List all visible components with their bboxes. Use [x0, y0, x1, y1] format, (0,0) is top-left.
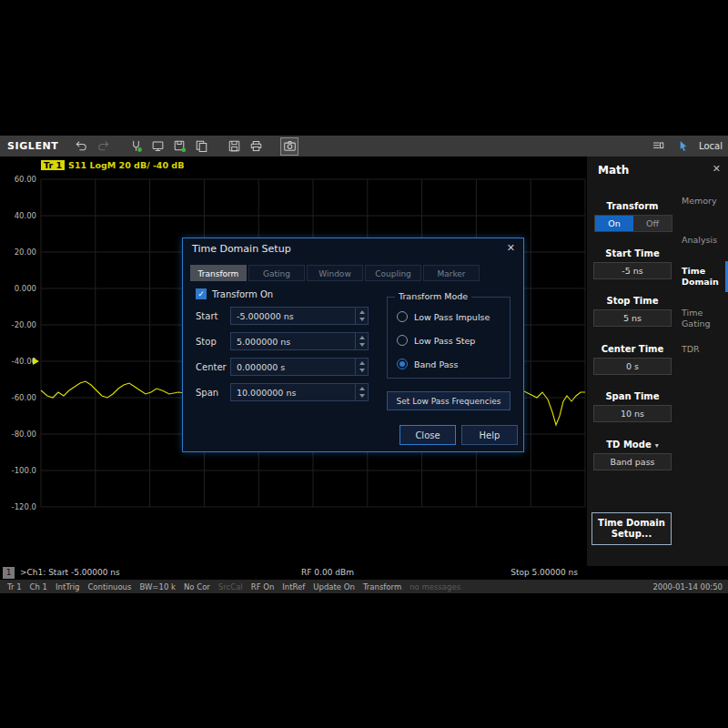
time-domain-setup-button[interactable]: Time Domain Setup... [592, 512, 672, 545]
display-setup-icon[interactable] [149, 138, 166, 155]
field-label-span: Span [192, 388, 230, 398]
trace-format-label[interactable]: S11 LogM 20 dB/ -40 dB [68, 160, 184, 170]
y-axis-label: 40.00 [0, 211, 36, 220]
softkey-tab-tdr[interactable]: TDR [682, 344, 725, 355]
status-item-list: Tr 1Ch 1IntTrigContinuousBW=10 kNo CorSr… [7, 582, 460, 592]
undo-icon[interactable] [73, 138, 89, 155]
y-axis-label: -100.0 [0, 466, 36, 475]
channel-stop-readout: Stop 5.00000 ns [511, 568, 578, 577]
radio-dot-icon [397, 311, 408, 322]
stop-time-value[interactable]: 5 ns [593, 309, 672, 327]
stop-time-label: Stop Time [587, 296, 678, 306]
status-ch-1: Ch 1 [30, 582, 47, 592]
checkbox-checked-icon[interactable]: ✓ [196, 288, 207, 299]
status-inttrig: IntTrig [56, 582, 79, 592]
transform-mode-options: Low Pass ImpulseLow Pass StepBand Pass [388, 298, 510, 376]
field-row-stop: Stop5.000000 ns [192, 331, 378, 351]
close-button[interactable]: Close [399, 425, 456, 445]
copy-icon[interactable] [193, 138, 209, 155]
field-label-center: Center [192, 362, 230, 372]
field-row-start: Start-5.000000 ns [192, 306, 378, 326]
transform-on-button[interactable]: On [595, 216, 633, 231]
radio-label: Band Pass [414, 359, 458, 369]
span-time-label: Span Time [587, 391, 678, 401]
status-intref: IntRef [282, 582, 305, 592]
radio-band-pass[interactable]: Band Pass [388, 352, 510, 376]
y-axis-label: 0.000 [0, 284, 36, 293]
dialog-tab-window[interactable]: Window [307, 265, 363, 281]
radio-low-pass-step[interactable]: Low Pass Step [388, 329, 510, 352]
start-time-value[interactable]: -5 ns [593, 262, 672, 279]
transform-on-checkbox-row[interactable]: ✓ Transform On [196, 288, 273, 299]
y-axis-label: 20.00 [0, 248, 36, 257]
channel-status-row: 1 >Ch1: Start -5.00000 ns RF 0.00 dBm St… [0, 566, 587, 580]
status-transform: Transform [363, 582, 401, 592]
dialog-title-bar[interactable]: Time Domain Setup [183, 238, 523, 260]
calibration-icon[interactable] [127, 138, 144, 155]
save-state-icon[interactable] [171, 138, 187, 155]
span-time-value[interactable]: 10 ns [593, 405, 672, 422]
center-time-group: Center Time0 s [587, 344, 678, 377]
time-domain-setup-dialog: Time Domain Setup ✕ TransformGatingWindo… [182, 238, 524, 452]
channel-start-readout: >Ch1: Start -5.00000 ns [20, 568, 120, 577]
trace-number-badge[interactable]: Tr 1 [41, 160, 65, 170]
transform-on-off-toggle: On Off [594, 215, 672, 232]
dropdown-caret-icon: ▾ [655, 441, 659, 450]
dialog-tab-marker[interactable]: Marker [423, 265, 480, 281]
help-button[interactable]: Help [461, 425, 518, 445]
dialog-tab-coupling[interactable]: Coupling [365, 265, 421, 281]
transform-off-button[interactable]: Off [633, 216, 672, 231]
local-remote-label[interactable]: Local [699, 141, 723, 151]
softkey-tab-time-gating[interactable]: Time Gating [682, 308, 725, 329]
td-mode-label[interactable]: TD Mode▾ [587, 440, 678, 450]
print-icon[interactable] [248, 138, 264, 155]
radio-dot-icon [397, 359, 408, 369]
save-file-icon[interactable] [226, 138, 242, 155]
math-menu-panel: Math ✕ Transform On Off Start Time-5 nsS… [587, 157, 728, 566]
datetime-readout: 2000-01-14 00:50 [652, 582, 723, 592]
dialog-tab-transform[interactable]: Transform [190, 265, 247, 281]
transform-mode-legend: Transform Mode [395, 291, 471, 301]
spinner-stop-icon[interactable] [355, 333, 368, 349]
channel-number-badge[interactable]: 1 [3, 567, 15, 579]
dialog-close-icon[interactable]: ✕ [507, 242, 515, 254]
spinner-span-icon[interactable] [355, 384, 368, 400]
status-no-cor: No Cor [184, 582, 210, 592]
rf-power-readout: RF 0.00 dBm [273, 568, 382, 577]
center-time-label: Center Time [587, 344, 678, 354]
softkey-tab-memory[interactable]: Memory [682, 196, 725, 207]
start-time-label: Start Time [587, 248, 678, 258]
softkey-tab-time-domain[interactable]: Time Domain [682, 266, 725, 288]
status-bw-10-k: BW=10 k [139, 582, 176, 592]
touch-pointer-icon[interactable] [674, 138, 691, 155]
field-input-center[interactable]: 0.000000 s [230, 358, 369, 376]
softkey-page-tabs: MemoryAnalysisTime DomainTime GatingTDR [678, 157, 728, 566]
softkey-tab-analysis[interactable]: Analysis [682, 235, 725, 246]
spinner-start-icon[interactable] [355, 308, 368, 324]
center-time-value[interactable]: 0 s [593, 358, 672, 375]
panel-layout-icon[interactable] [650, 138, 666, 155]
field-value-span: 10.000000 ns [231, 388, 296, 398]
redo-icon[interactable] [95, 138, 111, 155]
screenshot-camera-icon[interactable] [280, 137, 298, 156]
set-low-pass-frequencies-button[interactable]: Set Low Pass Frequencies [387, 391, 511, 410]
radio-low-pass-impulse[interactable]: Low Pass Impulse [388, 305, 510, 329]
td-mode-label-text: TD Mode [606, 440, 651, 450]
field-label-stop: Stop [192, 337, 230, 347]
y-axis-scale: 60.0040.0020.000.000-20.00-40.00-60.00-8… [0, 157, 36, 566]
field-input-start[interactable]: -5.000000 ns [230, 307, 369, 325]
reference-level-marker [33, 358, 39, 365]
field-input-span[interactable]: 10.000000 ns [230, 383, 369, 401]
field-input-stop[interactable]: 5.000000 ns [230, 332, 369, 350]
td-mode-value[interactable]: Band pass [593, 453, 672, 470]
dialog-tab-gating[interactable]: Gating [248, 265, 305, 281]
spinner-center-icon[interactable] [355, 359, 368, 375]
start-time-group: Start Time-5 ns [587, 248, 678, 281]
y-axis-label: -20.00 [0, 320, 36, 329]
y-axis-label: -80.00 [0, 430, 36, 439]
status-rf-on: RF On [251, 582, 275, 592]
status-srccal: SrcCal [218, 582, 243, 592]
y-axis-label: -120.0 [0, 502, 36, 511]
trace-info-readout: Tr 1 S11 LogM 20 dB/ -40 dB [41, 160, 184, 170]
toolbar-right-group: Local [650, 136, 723, 157]
